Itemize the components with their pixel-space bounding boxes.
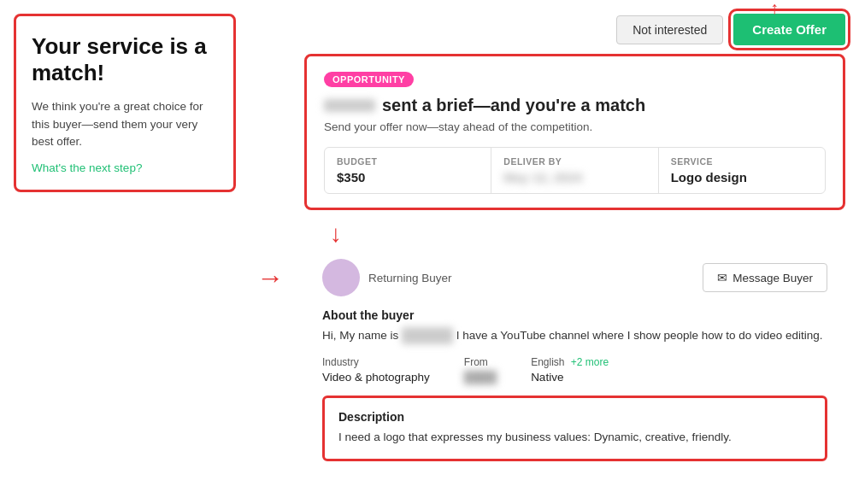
buyer-label: Returning Buyer	[368, 272, 452, 284]
buyer-name-blurred	[402, 327, 453, 344]
budget-value: $350	[337, 170, 479, 185]
about-buyer-title: About the buyer	[322, 308, 827, 322]
deliver-label: DELIVER BY	[503, 156, 645, 167]
service-label: SERVICE	[671, 156, 813, 167]
left-panel: Your service is a match! We think you're…	[14, 14, 236, 192]
buyer-details: Industry Video & photography From ████ E…	[322, 356, 827, 384]
opportunity-title-suffix: sent a brief—and you're a match	[382, 96, 645, 115]
industry-value: Video & photography	[322, 371, 430, 384]
up-arrow-to-button: ↑	[770, 0, 779, 18]
opportunity-card: OPPORTUNITY sent a brief—and you're a ma…	[304, 54, 845, 210]
about-buyer-text: Hi, My name is I have a YouTube channel …	[322, 327, 827, 344]
industry-label: Industry	[322, 356, 430, 368]
right-main: Not interested Create Offer ↑ OPPORTUNIT…	[304, 14, 845, 490]
lang-label: English +2 more	[531, 356, 609, 368]
from-value: ████	[464, 371, 497, 384]
buyer-header: Returning Buyer ✉ Message Buyer	[322, 259, 827, 296]
buyer-info: Returning Buyer	[322, 259, 452, 296]
description-text: I need a logo that expresses my business…	[338, 429, 811, 446]
create-offer-button[interactable]: Create Offer	[733, 14, 845, 45]
message-buyer-button[interactable]: ✉ Message Buyer	[703, 263, 827, 292]
down-arrow-wrapper: ↓	[304, 222, 845, 246]
opportunity-badge: OPPORTUNITY	[324, 72, 414, 87]
down-arrow-icon: ↓	[330, 222, 342, 246]
description-box: Description I need a logo that expresses…	[322, 396, 827, 460]
sender-name-blurred	[324, 99, 375, 112]
from-col: From ████	[464, 356, 497, 384]
lang-more-link[interactable]: +2 more	[571, 356, 609, 368]
from-label: From	[464, 356, 497, 368]
deliver-meta: DELIVER BY May 12, 2024	[491, 148, 658, 193]
deliver-value: May 12, 2024	[503, 170, 645, 185]
industry-col: Industry Video & photography	[322, 356, 430, 384]
top-bar: Not interested Create Offer ↑	[304, 14, 845, 45]
budget-label: BUDGET	[337, 156, 479, 167]
about-pre: Hi, My name is	[322, 329, 398, 342]
description-title: Description	[338, 410, 811, 424]
buyer-section: Returning Buyer ✉ Message Buyer About th…	[304, 246, 845, 474]
lang-col: English +2 more Native	[531, 356, 609, 384]
not-interested-button[interactable]: Not interested	[616, 15, 723, 44]
match-title: Your service is a match!	[32, 33, 218, 86]
next-step-link[interactable]: What's the next step?	[32, 161, 142, 174]
message-buyer-label: Message Buyer	[733, 272, 813, 284]
lang-native: Native	[531, 371, 609, 384]
budget-meta: BUDGET $350	[325, 148, 491, 193]
lang-name: English	[531, 356, 564, 368]
service-meta: SERVICE Logo design	[659, 148, 825, 193]
message-icon: ✉	[717, 271, 727, 284]
service-value: Logo design	[671, 170, 813, 185]
opportunity-meta: BUDGET $350 DELIVER BY May 12, 2024 SERV…	[324, 147, 826, 194]
right-arrow-icon: →	[256, 262, 284, 294]
avatar	[322, 259, 360, 296]
opportunity-title: sent a brief—and you're a match	[324, 96, 826, 115]
create-offer-wrapper: Create Offer ↑	[733, 14, 845, 45]
about-post: I have a YouTube channel where I show pe…	[456, 329, 823, 342]
page-container: Your service is a match! We think you're…	[0, 0, 859, 504]
match-description: We think you're a great choice for this …	[32, 98, 218, 150]
right-arrow-connector: →	[253, 14, 287, 490]
opportunity-subtitle: Send your offer now—stay ahead of the co…	[324, 120, 826, 133]
